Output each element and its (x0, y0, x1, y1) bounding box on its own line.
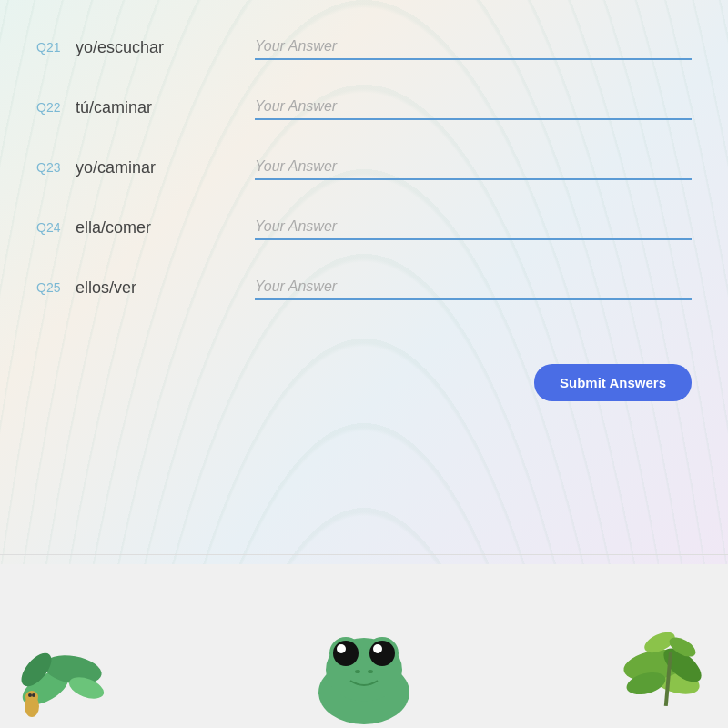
question-label-q22: Q22tú/caminar (36, 98, 218, 117)
svg-point-13 (369, 641, 395, 666)
svg-point-17 (368, 670, 373, 673)
svg-point-5 (25, 691, 38, 703)
question-text-q23: yo/caminar (76, 158, 156, 177)
submit-area: Submit Answers (0, 337, 728, 420)
answer-container-q24 (255, 215, 692, 240)
question-text-q21: yo/escuchar (76, 38, 164, 57)
question-row-q24: Q24ella/comer (36, 198, 692, 249)
answer-container-q22 (255, 95, 692, 120)
svg-point-15 (373, 644, 382, 653)
question-row-q21: Q21yo/escuchar (36, 18, 692, 69)
question-label-q25: Q25ellos/ver (36, 278, 218, 298)
svg-point-6 (28, 693, 32, 697)
answer-input-q21[interactable] (255, 35, 692, 60)
question-number-q23: Q23 (36, 160, 68, 175)
frog (305, 606, 423, 728)
question-number-q24: Q24 (36, 220, 68, 235)
answer-input-q25[interactable] (255, 275, 692, 300)
question-row-q23: Q23yo/caminar (36, 138, 692, 189)
question-label-q23: Q23yo/caminar (36, 158, 218, 177)
questions-area: Q21yo/escucharQ22tú/caminarQ23yo/caminar… (0, 0, 728, 337)
answer-input-q22[interactable] (255, 95, 692, 120)
submit-button[interactable]: Submit Answers (534, 364, 692, 401)
question-label-q24: Q24ella/comer (36, 218, 218, 238)
question-text-q24: ella/comer (76, 218, 151, 238)
decorations (0, 546, 728, 728)
question-label-q21: Q21yo/escuchar (36, 38, 218, 57)
svg-point-16 (355, 670, 360, 673)
answer-container-q23 (255, 155, 692, 180)
question-text-q25: ellos/ver (76, 278, 136, 298)
answer-input-q23[interactable] (255, 155, 692, 180)
svg-point-12 (333, 641, 359, 666)
question-text-q22: tú/caminar (76, 98, 152, 117)
right-plant (592, 579, 710, 728)
question-number-q21: Q21 (36, 40, 68, 55)
answer-container-q21 (255, 35, 692, 60)
question-number-q22: Q22 (36, 100, 68, 115)
answer-input-q24[interactable] (255, 215, 692, 240)
question-row-q22: Q22tú/caminar (36, 78, 692, 129)
question-row-q25: Q25ellos/ver (36, 258, 692, 309)
question-number-q25: Q25 (36, 280, 68, 295)
left-plant (18, 579, 127, 728)
svg-point-7 (32, 693, 35, 697)
svg-point-14 (337, 644, 346, 653)
answer-container-q25 (255, 275, 692, 300)
